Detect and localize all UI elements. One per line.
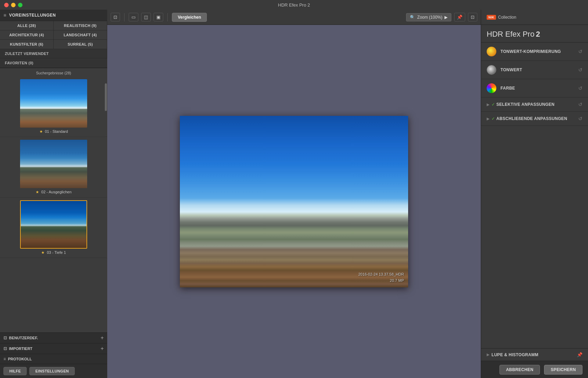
window-controls xyxy=(4,3,22,7)
toolbar-divider-1 xyxy=(124,13,125,21)
scroll-thumb xyxy=(105,83,107,111)
adjustment-farbe[interactable]: FARBE ↺ xyxy=(481,79,588,98)
zoom-label: Zoom (100%) xyxy=(417,15,442,20)
preset-star-01: ★ xyxy=(39,129,43,133)
tonwert-komprimierung-label: TONWERT-KOMPRIMIERUNG xyxy=(500,49,578,54)
window-title: HDR Efex Pro 2 xyxy=(278,2,310,8)
selektive-chevron-icon: ▶ xyxy=(487,102,489,107)
left-sidebar: ≡ VOREINSTELLUNGEN ALLE (28) REALISTISCH… xyxy=(0,10,107,378)
preset-star-02: ★ xyxy=(36,190,39,194)
right-title-main: HDR Efex Pro xyxy=(487,30,534,39)
close-button[interactable] xyxy=(4,3,9,7)
nik-collection-badge: NIK Collection xyxy=(487,15,516,20)
image-area: 2016-02-24 13.37.58_HDR 20.7 MP xyxy=(107,25,481,378)
tonwert-icon xyxy=(487,65,496,75)
sidebar-section-importiert[interactable]: ⊡ IMPORTIERT + xyxy=(0,343,107,354)
sidebar-action-bar: HILFE EINSTELLUNGEN xyxy=(0,364,107,378)
protokoll-label: PROTOKOLL xyxy=(8,357,32,361)
sidebar-section-benutzerdef-left: ⊡ BENUTZERDEF. xyxy=(3,335,38,340)
right-panel: NIK Collection HDR Efex Pro 2 TONWERT-KO… xyxy=(481,10,588,378)
tonwert-label: TONWERT xyxy=(500,67,578,72)
menu-icon: ≡ xyxy=(3,12,6,18)
selektive-reset[interactable]: ↺ xyxy=(578,102,582,107)
importiert-icon: ⊡ xyxy=(3,346,7,351)
preset-image-03 xyxy=(21,201,86,248)
sidebar-section-benutzerdef[interactable]: ⊡ BENUTZERDEF. + xyxy=(0,333,107,343)
adjustment-abschliessende[interactable]: ▶ ✓ ABSCHLIEßENDE ANPASSUNGEN ↺ xyxy=(481,112,588,126)
hilfe-button[interactable]: HILFE xyxy=(3,367,27,375)
category-architektur[interactable]: ARCHITEKTUR (4) xyxy=(0,30,54,40)
sidebar-section-protokoll[interactable]: ≡ PROTOKOLL xyxy=(0,354,107,364)
export-icon-button[interactable]: ⊡ xyxy=(111,13,120,21)
bottom-bar: ABBRECHEN SPEICHERN xyxy=(481,361,588,378)
adjustment-tonwert[interactable]: TONWERT ↺ xyxy=(481,61,588,79)
fullscreen-button[interactable]: ⊡ xyxy=(468,13,477,21)
minimize-button[interactable] xyxy=(11,3,16,7)
tonwert-komprimierung-icon xyxy=(487,47,496,56)
center-content: ⊡ ▭ ◫ ▣ Vergleichen 🔍 Zoom (100%) ▶ 📌 ⊡ xyxy=(107,10,481,378)
preset-thumbnail-03 xyxy=(20,200,87,249)
split-view-button[interactable]: ◫ xyxy=(141,13,151,21)
sidebar-section-importiert-left: ⊡ IMPORTIERT xyxy=(3,346,33,351)
scroll-handle xyxy=(104,76,107,332)
farbe-label: FARBE xyxy=(500,86,578,91)
main-scene xyxy=(180,116,408,287)
preset-item-01[interactable]: ★ 01 - Standard xyxy=(0,76,107,137)
category-grid: ALLE (28) REALISTISCH (9) ARCHITEKTUR (4… xyxy=(0,21,107,68)
category-landschaft[interactable]: LANDSCHAFT (4) xyxy=(54,30,107,40)
abschliessende-reset[interactable]: ↺ xyxy=(578,116,582,121)
tonwert-komprimierung-reset[interactable]: ↺ xyxy=(578,49,582,54)
preset-item-03[interactable]: ★ 03 - Tiefe 1 xyxy=(0,197,107,258)
farbe-reset[interactable]: ↺ xyxy=(578,85,582,91)
single-view-button[interactable]: ▭ xyxy=(129,13,138,21)
lupe-chevron-icon: ▶ xyxy=(487,352,489,357)
vergleichen-button[interactable]: Vergleichen xyxy=(172,13,207,22)
sidebar-bottom: ⊡ BENUTZERDEF. + ⊡ IMPORTIERT + ≡ PROTOK… xyxy=(0,332,107,378)
preset-thumbnail-01 xyxy=(20,79,87,128)
benutzerdef-icon: ⊡ xyxy=(3,335,7,340)
image-overlay-text: 2016-02-24 13.37.58_HDR 20.7 MP xyxy=(358,271,404,284)
importiert-label: IMPORTIERT xyxy=(9,347,33,351)
zoom-icon: 🔍 xyxy=(410,15,415,20)
zoom-arrow-icon: ▶ xyxy=(444,15,448,20)
maximize-button[interactable] xyxy=(18,3,22,7)
category-surreal[interactable]: SURREAL (5) xyxy=(54,40,107,49)
adjustment-tonwert-komprimierung[interactable]: TONWERT-KOMPRIMIERUNG ↺ xyxy=(481,43,588,61)
category-realistisch[interactable]: REALISTISCH (9) xyxy=(54,21,107,30)
collection-label: Collection xyxy=(498,15,516,20)
abschliessende-label: ABSCHLIEßENDE ANPASSUNGEN xyxy=(496,116,578,121)
pin-button[interactable]: 📌 xyxy=(454,13,465,21)
benutzerdef-label: BENUTZERDEF. xyxy=(9,336,38,340)
category-kunstfilter[interactable]: KUNSTFILTER (6) xyxy=(0,40,54,49)
selektive-check-icon: ✓ xyxy=(491,102,495,107)
zoom-button[interactable]: 🔍 Zoom (100%) ▶ xyxy=(406,13,451,21)
image-megapixels: 20.7 MP xyxy=(358,278,404,284)
category-zuletzt[interactable]: ZULETZT VERWENDET xyxy=(0,49,107,58)
abbrechen-button[interactable]: ABBRECHEN xyxy=(499,365,540,375)
presets-scroll[interactable]: ★ 01 - Standard ★ 02 - Ausgeglichen xyxy=(0,76,107,332)
selektive-label: SELEKTIVE ANPASSUNGEN xyxy=(496,102,578,107)
adjustment-selektive[interactable]: ▶ ✓ SELEKTIVE ANPASSUNGEN ↺ xyxy=(481,98,588,112)
preset-label-02: ★ 02 - Ausgeglichen xyxy=(4,190,103,194)
image-filename: 2016-02-24 13.37.58_HDR xyxy=(358,271,404,278)
category-favoriten[interactable]: FAVORITEN (0) xyxy=(0,58,107,68)
grid-view-button[interactable]: ▣ xyxy=(154,13,163,21)
category-alle[interactable]: ALLE (28) xyxy=(0,21,54,30)
benutzerdef-plus-button[interactable]: + xyxy=(101,335,104,341)
preset-item-02[interactable]: ★ 02 - Ausgeglichen xyxy=(0,137,107,197)
abschliessende-check-icon: ✓ xyxy=(491,116,495,121)
farbe-icon xyxy=(487,83,496,93)
right-header: NIK Collection xyxy=(481,10,588,25)
lupe-pin-icon[interactable]: 📌 xyxy=(577,352,582,357)
sidebar-title: VOREINSTELLUNGEN xyxy=(9,13,56,18)
abschliessende-chevron-icon: ▶ xyxy=(487,117,489,121)
einstellungen-button[interactable]: EINSTELLUNGEN xyxy=(29,367,75,375)
preset-image-02 xyxy=(20,140,87,188)
importiert-plus-button[interactable]: + xyxy=(101,346,104,351)
right-panel-spacer xyxy=(481,195,588,348)
lupe-section[interactable]: ▶ LUPE & HISTOGRAMM 📌 xyxy=(481,348,588,361)
preset-label-01: ★ 01 - Standard xyxy=(4,129,103,134)
speichern-button[interactable]: SPEICHERN xyxy=(544,365,582,375)
right-title-number: 2 xyxy=(536,30,540,39)
tonwert-reset[interactable]: ↺ xyxy=(578,67,582,73)
